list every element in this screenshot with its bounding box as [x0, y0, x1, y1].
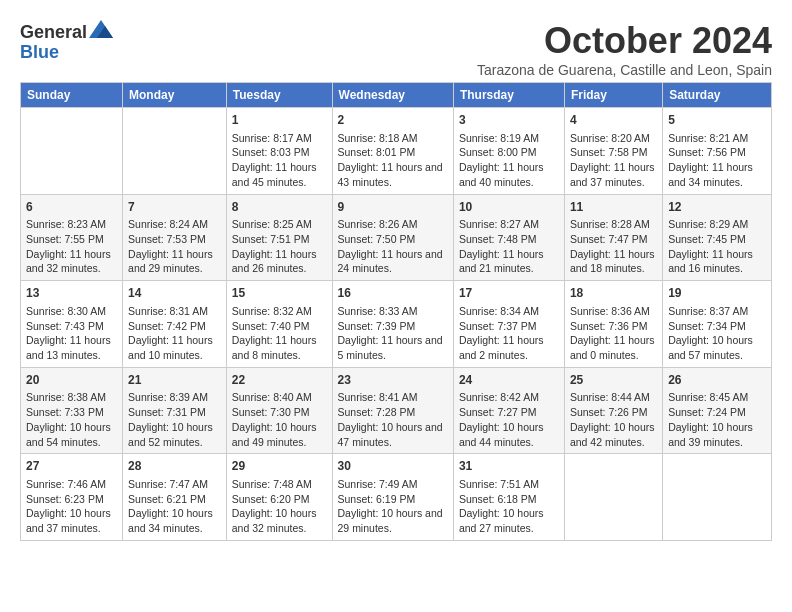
calendar-cell: 31Sunrise: 7:51 AM Sunset: 6:18 PM Dayli… [453, 454, 564, 541]
day-number: 15 [232, 285, 327, 302]
day-number: 13 [26, 285, 117, 302]
calendar-cell: 26Sunrise: 8:45 AM Sunset: 7:24 PM Dayli… [663, 367, 772, 454]
calendar-cell: 16Sunrise: 8:33 AM Sunset: 7:39 PM Dayli… [332, 281, 453, 368]
day-number: 26 [668, 372, 766, 389]
calendar-cell: 11Sunrise: 8:28 AM Sunset: 7:47 PM Dayli… [564, 194, 662, 281]
header-monday: Monday [123, 83, 227, 108]
calendar-cell: 29Sunrise: 7:48 AM Sunset: 6:20 PM Dayli… [226, 454, 332, 541]
calendar-cell: 17Sunrise: 8:34 AM Sunset: 7:37 PM Dayli… [453, 281, 564, 368]
logo-blue: Blue [20, 42, 59, 62]
cell-content: Sunrise: 8:38 AM Sunset: 7:33 PM Dayligh… [26, 390, 117, 449]
cell-content: Sunrise: 8:20 AM Sunset: 7:58 PM Dayligh… [570, 131, 657, 190]
day-number: 6 [26, 199, 117, 216]
day-number: 8 [232, 199, 327, 216]
day-number: 14 [128, 285, 221, 302]
cell-content: Sunrise: 8:25 AM Sunset: 7:51 PM Dayligh… [232, 217, 327, 276]
day-number: 20 [26, 372, 117, 389]
cell-content: Sunrise: 8:23 AM Sunset: 7:55 PM Dayligh… [26, 217, 117, 276]
logo-general: General [20, 22, 87, 42]
calendar-cell [123, 108, 227, 195]
header-wednesday: Wednesday [332, 83, 453, 108]
day-number: 12 [668, 199, 766, 216]
calendar-cell: 15Sunrise: 8:32 AM Sunset: 7:40 PM Dayli… [226, 281, 332, 368]
day-number: 19 [668, 285, 766, 302]
logo: General Blue [20, 20, 113, 63]
cell-content: Sunrise: 8:18 AM Sunset: 8:01 PM Dayligh… [338, 131, 448, 190]
cell-content: Sunrise: 8:42 AM Sunset: 7:27 PM Dayligh… [459, 390, 559, 449]
calendar-week-row: 20Sunrise: 8:38 AM Sunset: 7:33 PM Dayli… [21, 367, 772, 454]
cell-content: Sunrise: 8:41 AM Sunset: 7:28 PM Dayligh… [338, 390, 448, 449]
day-number: 9 [338, 199, 448, 216]
calendar-cell: 24Sunrise: 8:42 AM Sunset: 7:27 PM Dayli… [453, 367, 564, 454]
cell-content: Sunrise: 8:45 AM Sunset: 7:24 PM Dayligh… [668, 390, 766, 449]
day-number: 4 [570, 112, 657, 129]
calendar-cell: 21Sunrise: 8:39 AM Sunset: 7:31 PM Dayli… [123, 367, 227, 454]
calendar-week-row: 6Sunrise: 8:23 AM Sunset: 7:55 PM Daylig… [21, 194, 772, 281]
calendar-cell: 8Sunrise: 8:25 AM Sunset: 7:51 PM Daylig… [226, 194, 332, 281]
header-thursday: Thursday [453, 83, 564, 108]
cell-content: Sunrise: 8:32 AM Sunset: 7:40 PM Dayligh… [232, 304, 327, 363]
calendar-cell: 13Sunrise: 8:30 AM Sunset: 7:43 PM Dayli… [21, 281, 123, 368]
cell-content: Sunrise: 8:30 AM Sunset: 7:43 PM Dayligh… [26, 304, 117, 363]
header-tuesday: Tuesday [226, 83, 332, 108]
day-number: 7 [128, 199, 221, 216]
calendar-cell [564, 454, 662, 541]
calendar-cell: 5Sunrise: 8:21 AM Sunset: 7:56 PM Daylig… [663, 108, 772, 195]
day-number: 31 [459, 458, 559, 475]
day-number: 16 [338, 285, 448, 302]
calendar-cell: 1Sunrise: 8:17 AM Sunset: 8:03 PM Daylig… [226, 108, 332, 195]
day-number: 27 [26, 458, 117, 475]
day-number: 3 [459, 112, 559, 129]
cell-content: Sunrise: 8:29 AM Sunset: 7:45 PM Dayligh… [668, 217, 766, 276]
calendar-week-row: 13Sunrise: 8:30 AM Sunset: 7:43 PM Dayli… [21, 281, 772, 368]
location-subtitle: Tarazona de Guarena, Castille and Leon, … [477, 62, 772, 78]
header-saturday: Saturday [663, 83, 772, 108]
calendar-cell: 9Sunrise: 8:26 AM Sunset: 7:50 PM Daylig… [332, 194, 453, 281]
calendar-cell: 23Sunrise: 8:41 AM Sunset: 7:28 PM Dayli… [332, 367, 453, 454]
cell-content: Sunrise: 8:24 AM Sunset: 7:53 PM Dayligh… [128, 217, 221, 276]
calendar-cell: 18Sunrise: 8:36 AM Sunset: 7:36 PM Dayli… [564, 281, 662, 368]
cell-content: Sunrise: 7:48 AM Sunset: 6:20 PM Dayligh… [232, 477, 327, 536]
day-number: 21 [128, 372, 221, 389]
logo-icon [89, 20, 113, 38]
day-number: 22 [232, 372, 327, 389]
cell-content: Sunrise: 8:39 AM Sunset: 7:31 PM Dayligh… [128, 390, 221, 449]
day-number: 25 [570, 372, 657, 389]
cell-content: Sunrise: 8:34 AM Sunset: 7:37 PM Dayligh… [459, 304, 559, 363]
day-number: 18 [570, 285, 657, 302]
cell-content: Sunrise: 8:19 AM Sunset: 8:00 PM Dayligh… [459, 131, 559, 190]
day-number: 1 [232, 112, 327, 129]
calendar-cell: 6Sunrise: 8:23 AM Sunset: 7:55 PM Daylig… [21, 194, 123, 281]
day-number: 5 [668, 112, 766, 129]
cell-content: Sunrise: 7:47 AM Sunset: 6:21 PM Dayligh… [128, 477, 221, 536]
calendar-cell: 22Sunrise: 8:40 AM Sunset: 7:30 PM Dayli… [226, 367, 332, 454]
cell-content: Sunrise: 8:40 AM Sunset: 7:30 PM Dayligh… [232, 390, 327, 449]
cell-content: Sunrise: 8:26 AM Sunset: 7:50 PM Dayligh… [338, 217, 448, 276]
calendar-cell: 2Sunrise: 8:18 AM Sunset: 8:01 PM Daylig… [332, 108, 453, 195]
day-number: 28 [128, 458, 221, 475]
cell-content: Sunrise: 8:21 AM Sunset: 7:56 PM Dayligh… [668, 131, 766, 190]
page-header: General Blue October 2024 Tarazona de Gu… [20, 20, 772, 78]
calendar-cell: 4Sunrise: 8:20 AM Sunset: 7:58 PM Daylig… [564, 108, 662, 195]
day-number: 24 [459, 372, 559, 389]
day-number: 10 [459, 199, 559, 216]
calendar-cell: 27Sunrise: 7:46 AM Sunset: 6:23 PM Dayli… [21, 454, 123, 541]
day-number: 2 [338, 112, 448, 129]
cell-content: Sunrise: 8:37 AM Sunset: 7:34 PM Dayligh… [668, 304, 766, 363]
day-number: 11 [570, 199, 657, 216]
title-block: October 2024 Tarazona de Guarena, Castil… [477, 20, 772, 78]
calendar-cell: 12Sunrise: 8:29 AM Sunset: 7:45 PM Dayli… [663, 194, 772, 281]
header-sunday: Sunday [21, 83, 123, 108]
calendar-cell: 3Sunrise: 8:19 AM Sunset: 8:00 PM Daylig… [453, 108, 564, 195]
calendar-cell: 19Sunrise: 8:37 AM Sunset: 7:34 PM Dayli… [663, 281, 772, 368]
calendar-cell: 28Sunrise: 7:47 AM Sunset: 6:21 PM Dayli… [123, 454, 227, 541]
day-number: 17 [459, 285, 559, 302]
calendar-table: SundayMondayTuesdayWednesdayThursdayFrid… [20, 82, 772, 541]
cell-content: Sunrise: 8:44 AM Sunset: 7:26 PM Dayligh… [570, 390, 657, 449]
cell-content: Sunrise: 8:17 AM Sunset: 8:03 PM Dayligh… [232, 131, 327, 190]
calendar-cell [21, 108, 123, 195]
cell-content: Sunrise: 8:28 AM Sunset: 7:47 PM Dayligh… [570, 217, 657, 276]
calendar-cell: 20Sunrise: 8:38 AM Sunset: 7:33 PM Dayli… [21, 367, 123, 454]
cell-content: Sunrise: 7:49 AM Sunset: 6:19 PM Dayligh… [338, 477, 448, 536]
header-friday: Friday [564, 83, 662, 108]
